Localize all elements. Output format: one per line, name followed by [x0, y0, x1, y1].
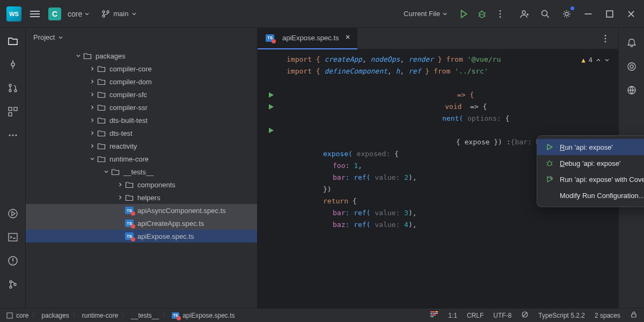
minimize-button[interactable] [582, 8, 595, 20]
tree-folder-components[interactable]: components [26, 178, 257, 191]
svg-point-11 [11, 63, 14, 66]
more-tools-button[interactable] [6, 129, 19, 142]
branch-icon [101, 10, 110, 18]
commit-tool-button[interactable] [6, 58, 19, 71]
tree-folder-compiler-ssr[interactable]: compiler-ssr [26, 101, 257, 114]
main-menu-button[interactable] [28, 9, 42, 19]
web-button[interactable] [625, 84, 638, 97]
close-tab-button[interactable] [343, 33, 352, 43]
problems-tool-button[interactable] [6, 254, 19, 267]
gutter-run-icon[interactable] [258, 101, 284, 113]
folder-icon [97, 115, 106, 125]
folder-icon [83, 51, 92, 61]
tree-folder-dts-test[interactable]: dts-test [26, 127, 257, 140]
folder-icon [97, 77, 106, 86]
tree-file-apicreateapp[interactable]: TSapiCreateApp.spec.ts [26, 217, 257, 230]
svg-point-2 [107, 11, 109, 13]
status-encoding[interactable]: UTF-8 [493, 312, 511, 319]
close-button[interactable] [625, 8, 638, 20]
code-with-me-button[interactable] [517, 8, 530, 20]
svg-point-8 [542, 10, 547, 16]
chevron-up-icon[interactable] [596, 57, 601, 63]
folder-icon [97, 128, 106, 138]
tree-folder-compiler-dom[interactable]: compiler-dom [26, 75, 257, 88]
tree-folder-packages[interactable]: packages [26, 49, 257, 62]
project-badge[interactable]: C [48, 8, 61, 20]
maximize-button[interactable] [603, 8, 616, 20]
svg-point-26 [14, 283, 16, 286]
prettier-icon[interactable] [430, 310, 438, 320]
editor-gutter[interactable] [258, 54, 284, 136]
breadcrumb[interactable]: core〉 packages〉 runtime-core〉 __tests__〉… [6, 311, 235, 320]
tab-more-button[interactable] [599, 32, 612, 45]
debug-button[interactable] [475, 8, 488, 20]
tree-folder-compiler-sfc[interactable]: compiler-sfc [26, 88, 257, 101]
settings-button[interactable] [560, 8, 573, 20]
vcs-tool-button[interactable] [6, 278, 19, 291]
menu-modify-config[interactable]: Modify Run Configuration… [537, 187, 644, 203]
typescript-test-icon: TS [265, 33, 275, 43]
run-button[interactable] [457, 8, 470, 20]
project-panel: Project packages compiler-core compiler-… [26, 28, 258, 308]
run-tool-button[interactable] [6, 207, 19, 220]
gutter-run-icon[interactable] [258, 89, 284, 101]
notifications-button[interactable] [625, 36, 638, 49]
svg-point-5 [500, 13, 501, 14]
svg-point-4 [500, 10, 501, 12]
terminal-tool-button[interactable] [6, 231, 19, 244]
project-selector[interactable]: core [68, 10, 90, 18]
tree-folder-helpers[interactable]: helpers [26, 191, 257, 204]
svg-rect-17 [9, 113, 12, 116]
tree-folder-compiler-core[interactable]: compiler-core [26, 62, 257, 75]
project-tool-button[interactable] [6, 34, 19, 47]
svg-point-24 [10, 281, 12, 283]
gutter-run-icon[interactable] [258, 125, 284, 136]
svg-point-30 [548, 162, 552, 166]
svg-point-21 [9, 209, 17, 218]
svg-point-31 [628, 63, 635, 70]
folder-icon [125, 180, 134, 189]
more-actions-button[interactable] [494, 8, 507, 20]
pull-requests-tool-button[interactable] [6, 82, 19, 94]
svg-rect-38 [433, 313, 438, 314]
status-indent[interactable]: 2 spaces [595, 312, 620, 319]
status-line-ending[interactable]: CRLF [467, 312, 484, 319]
structure-tool-button[interactable] [6, 105, 19, 118]
tree-folder-reactivity[interactable]: reactivity [26, 140, 257, 152]
chevron-down-icon [131, 11, 137, 17]
status-cursor-position[interactable]: 1:1 [448, 312, 457, 319]
menu-debug-test[interactable]: Debug 'api: expose' [537, 155, 644, 171]
app-logo: WS [6, 6, 21, 21]
chevron-down-icon [442, 11, 448, 17]
svg-rect-42 [632, 314, 636, 317]
project-panel-header[interactable]: Project [26, 28, 257, 47]
tree-folder-tests[interactable]: __tests__ [26, 165, 257, 178]
typescript-test-icon: TS [172, 312, 179, 319]
search-button[interactable] [539, 8, 552, 20]
tree-file-apiexpose[interactable]: TSapiExpose.spec.ts [26, 230, 257, 243]
readonly-icon[interactable] [521, 311, 529, 320]
tree-folder-runtime-core[interactable]: runtime-core [26, 152, 257, 165]
svg-point-28 [605, 38, 606, 39]
tree-folder-dts-built-test[interactable]: dts-built-test [26, 114, 257, 127]
tree-file-apiasynccomponent[interactable]: TSapiAsyncComponent.spec.ts [26, 204, 257, 217]
menu-run-test[interactable]: RRun 'api: expose'un 'api: expose' Ctrl+… [537, 139, 644, 155]
run-config-selector[interactable]: Current File [399, 8, 452, 20]
ai-assistant-button[interactable] [625, 60, 638, 73]
folder-icon [125, 193, 134, 202]
svg-point-32 [630, 65, 633, 68]
svg-point-25 [10, 286, 12, 288]
lock-icon[interactable] [630, 311, 638, 320]
project-tree[interactable]: packages compiler-core compiler-dom comp… [26, 47, 257, 308]
editor-tab-apiexpose[interactable]: TS apiExpose.spec.ts [258, 28, 357, 49]
inspection-badge[interactable]: ▲ 4 [582, 55, 610, 65]
bug-icon [545, 158, 554, 168]
menu-run-coverage[interactable]: Run 'api: expose' with Coverage [537, 171, 644, 187]
svg-point-19 [12, 135, 13, 136]
vcs-branch-selector[interactable]: main [101, 10, 137, 18]
play-icon [545, 142, 554, 152]
chevron-down-icon[interactable] [604, 57, 610, 63]
status-language[interactable]: TypeScript 5.2.2 [538, 312, 585, 319]
svg-point-6 [500, 16, 501, 18]
folder-icon [111, 167, 120, 177]
